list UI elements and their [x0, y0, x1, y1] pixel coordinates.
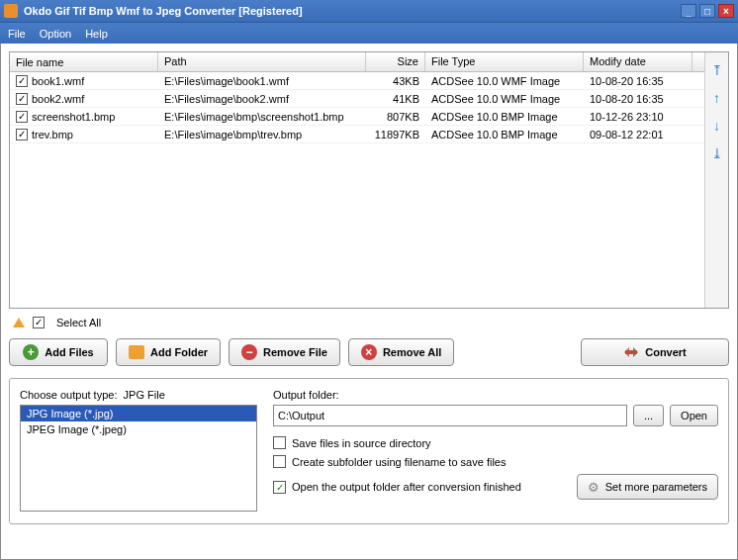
move-up-icon[interactable]: ↑: [709, 90, 725, 106]
file-type: ACDSee 10.0 WMF Image: [425, 74, 584, 88]
open-folder-button[interactable]: Open: [670, 405, 718, 426]
open-after-label: Open the output folder after conversion …: [292, 481, 521, 493]
minus-icon: −: [241, 344, 257, 360]
gear-icon: ⚙: [588, 480, 600, 495]
output-folder-label: Output folder:: [273, 389, 718, 401]
file-path: E:\Files\image\bmp\trev.bmp: [158, 128, 366, 141]
file-date: 10-12-26 23:10: [584, 110, 692, 124]
file-name: trev.bmp: [32, 129, 73, 140]
convert-button[interactable]: Convert: [581, 338, 729, 366]
file-size: 41KB: [366, 92, 425, 106]
move-top-icon[interactable]: ⤒: [709, 62, 725, 78]
file-date: 09-08-12 22:01: [584, 128, 692, 141]
menu-option[interactable]: Option: [40, 28, 71, 40]
table-row[interactable]: ✓book2.wmfE:\Files\image\book2.wmf41KBAC…: [10, 90, 704, 108]
select-all-checkbox[interactable]: ✓: [33, 317, 45, 328]
file-size: 11897KB: [366, 128, 425, 141]
file-table: File name Path Size File Type Modify dat…: [10, 52, 704, 308]
window-title: Okdo Gif Tif Bmp Wmf to Jpeg Converter […: [24, 5, 678, 17]
menu-file[interactable]: File: [8, 28, 26, 40]
table-body: ✓book1.wmfE:\Files\image\book1.wmf43KBAC…: [10, 72, 704, 143]
plus-icon: +: [23, 344, 39, 360]
up-arrow-icon: [13, 318, 25, 327]
app-icon: [4, 4, 18, 18]
convert-icon: [623, 344, 639, 360]
move-bottom-icon[interactable]: ⤓: [709, 145, 725, 161]
file-type: ACDSee 10.0 WMF Image: [425, 92, 584, 106]
add-folder-button[interactable]: Add Folder: [116, 338, 221, 366]
row-checkbox[interactable]: ✓: [16, 111, 28, 123]
main-panel: File name Path Size File Type Modify dat…: [0, 44, 738, 560]
browse-button[interactable]: ...: [633, 405, 664, 426]
select-all-row: ✓ Select All: [9, 317, 729, 328]
output-type-option[interactable]: JPG Image (*.jpg): [21, 406, 256, 421]
table-header: File name Path Size File Type Modify dat…: [10, 52, 704, 72]
create-sub-label: Create subfolder using filename to save …: [292, 456, 506, 468]
table-row[interactable]: ✓trev.bmpE:\Files\image\bmp\trev.bmp1189…: [10, 126, 704, 143]
folder-icon: [129, 345, 144, 359]
menu-help[interactable]: Help: [85, 28, 108, 40]
reorder-buttons: ⤒ ↑ ↓ ⤓: [704, 52, 728, 308]
open-after-row: ✓ Open the output folder after conversio…: [273, 481, 521, 494]
x-icon: ×: [361, 344, 377, 360]
maximize-button[interactable]: □: [699, 4, 715, 18]
file-path: E:\Files\image\book1.wmf: [158, 74, 366, 88]
file-panel: File name Path Size File Type Modify dat…: [9, 51, 729, 309]
file-path: E:\Files\image\book2.wmf: [158, 92, 366, 106]
table-row[interactable]: ✓book1.wmfE:\Files\image\book1.wmf43KBAC…: [10, 72, 704, 90]
save-source-checkbox[interactable]: [273, 436, 286, 449]
create-sub-checkbox[interactable]: [273, 455, 286, 468]
menubar: File Option Help: [0, 22, 738, 44]
file-size: 43KB: [366, 74, 425, 88]
remove-file-button[interactable]: − Remove File: [229, 338, 340, 366]
select-all-label: Select All: [56, 317, 101, 328]
save-source-row: Save files in source directory: [273, 436, 718, 449]
output-path-input[interactable]: [273, 405, 627, 426]
remove-all-button[interactable]: × Remove All: [348, 338, 455, 366]
move-down-icon[interactable]: ↓: [709, 118, 725, 134]
file-date: 10-08-20 16:35: [584, 74, 692, 88]
output-type-list[interactable]: JPG Image (*.jpg)JPEG Image (*.jpeg): [20, 405, 257, 512]
output-panel: Choose output type: JPG File JPG Image (…: [9, 378, 729, 524]
minimize-button[interactable]: _: [681, 4, 696, 18]
file-type: ACDSee 10.0 BMP Image: [425, 128, 584, 141]
col-type[interactable]: File Type: [425, 52, 584, 71]
open-after-checkbox[interactable]: ✓: [273, 481, 286, 494]
file-size: 807KB: [366, 110, 425, 124]
output-type-column: Choose output type: JPG File JPG Image (…: [20, 389, 257, 513]
add-files-button[interactable]: + Add Files: [9, 338, 108, 366]
choose-type-label: Choose output type: JPG File: [20, 389, 257, 401]
file-date: 10-08-20 16:35: [584, 92, 692, 106]
file-name: book1.wmf: [32, 75, 84, 87]
output-type-option[interactable]: JPEG Image (*.jpeg): [21, 421, 256, 437]
row-checkbox[interactable]: ✓: [16, 75, 28, 87]
row-checkbox[interactable]: ✓: [16, 129, 28, 140]
more-parameters-button[interactable]: ⚙ Set more parameters: [577, 474, 718, 500]
col-date[interactable]: Modify date: [584, 52, 692, 71]
file-path: E:\Files\image\bmp\screenshot1.bmp: [158, 110, 366, 124]
col-path[interactable]: Path: [158, 52, 366, 71]
output-path-row: ... Open: [273, 405, 718, 426]
file-name: book2.wmf: [32, 93, 84, 105]
file-type: ACDSee 10.0 BMP Image: [425, 110, 584, 124]
button-row: + Add Files Add Folder − Remove File × R…: [9, 338, 729, 366]
save-source-label: Save files in source directory: [292, 437, 431, 449]
output-folder-column: Output folder: ... Open Save files in so…: [273, 389, 718, 513]
file-name: screenshot1.bmp: [32, 111, 115, 123]
create-sub-row: Create subfolder using filename to save …: [273, 455, 718, 468]
row-checkbox[interactable]: ✓: [16, 93, 28, 105]
table-row[interactable]: ✓screenshot1.bmpE:\Files\image\bmp\scree…: [10, 108, 704, 126]
titlebar: Okdo Gif Tif Bmp Wmf to Jpeg Converter […: [0, 0, 738, 22]
col-size[interactable]: Size: [366, 52, 425, 71]
col-name[interactable]: File name: [10, 52, 158, 71]
close-button[interactable]: ×: [718, 4, 734, 18]
